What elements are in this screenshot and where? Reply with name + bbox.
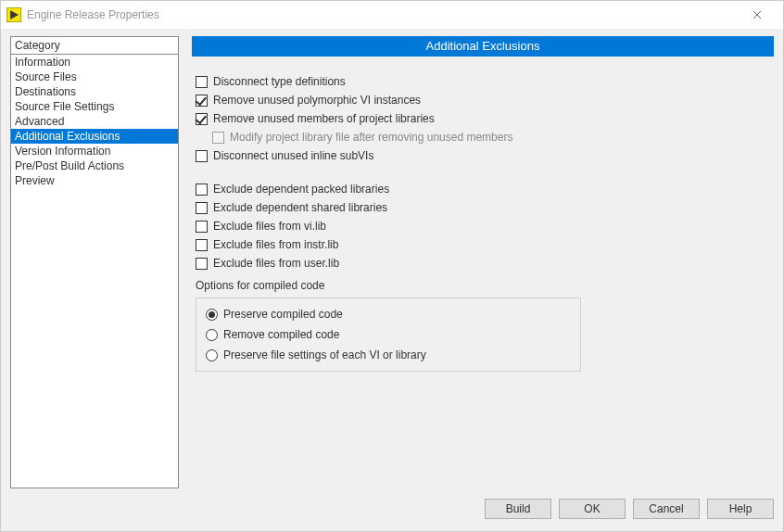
sidebar-item-destinations[interactable]: Destinations (11, 84, 178, 99)
dialog-body: Category InformationSource FilesDestinat… (1, 29, 783, 492)
checkbox-label-modify-lib: Modify project library file after removi… (230, 131, 512, 144)
sidebar-item-pre-post-build-actions[interactable]: Pre/Post Build Actions (11, 158, 178, 173)
checkbox-label-disconnect-inline: Disconnect unused inline subVIs (213, 149, 373, 162)
radio-preserve[interactable] (206, 309, 218, 321)
radio-row-remove: Remove compiled code (206, 328, 571, 341)
checkbox-excl-vilib[interactable] (196, 221, 208, 233)
radio-remove[interactable] (206, 329, 218, 341)
compiled-code-label: Options for compiled code (196, 279, 774, 292)
app-icon (6, 7, 21, 22)
page-content: Disconnect type definitionsRemove unused… (192, 73, 774, 488)
category-sidebar: Category InformationSource FilesDestinat… (10, 36, 179, 488)
sidebar-item-additional-exclusions[interactable]: Additional Exclusions (11, 129, 178, 144)
checkbox-label-excl-instrlib: Exclude files from instr.lib (213, 238, 338, 251)
chk1-row-modify-lib: Modify project library file after removi… (212, 131, 774, 144)
checkbox-label-remove-poly: Remove unused polymorphic VI instances (213, 94, 421, 107)
checkbox-disconnect-typedefs[interactable] (196, 76, 208, 88)
checkbox-remove-members[interactable] (196, 113, 208, 125)
chk1-row-disconnect-typedefs: Disconnect type definitions (196, 75, 774, 88)
checkbox-excl-shared[interactable] (196, 202, 208, 214)
checkbox-excl-instrlib[interactable] (196, 239, 208, 251)
checkbox-excl-packed[interactable] (196, 184, 208, 196)
checkbox-modify-lib (212, 132, 224, 144)
sidebar-item-source-file-settings[interactable]: Source File Settings (11, 99, 178, 114)
checkbox-label-excl-packed: Exclude dependent packed libraries (213, 183, 389, 196)
radio-row-preserve: Preserve compiled code (206, 308, 571, 321)
radio-preserve-file[interactable] (206, 349, 218, 361)
checkbox-label-excl-userlib: Exclude files from user.lib (213, 257, 339, 270)
chk1-row-remove-members: Remove unused members of project librari… (196, 112, 774, 125)
checkbox-label-excl-shared: Exclude dependent shared libraries (213, 201, 387, 214)
chk2-row-excl-packed: Exclude dependent packed libraries (196, 183, 774, 196)
radio-label-preserve-file: Preserve file settings of each VI or lib… (223, 348, 426, 361)
page-title: Additional Exclusions (192, 36, 774, 57)
radio-row-preserve-file: Preserve file settings of each VI or lib… (206, 348, 571, 361)
chk2-row-excl-instrlib: Exclude files from instr.lib (196, 238, 774, 251)
checkbox-remove-poly[interactable] (196, 95, 208, 107)
close-button[interactable] (739, 2, 776, 28)
sidebar-item-information[interactable]: Information (11, 55, 178, 70)
window-title: Engine Release Properties (27, 8, 159, 21)
sidebar-item-advanced[interactable]: Advanced (11, 114, 178, 129)
chk2-row-excl-userlib: Exclude files from user.lib (196, 257, 774, 270)
help-button[interactable]: Help (707, 499, 774, 519)
ok-button[interactable]: OK (559, 499, 626, 519)
chk2-row-excl-vilib: Exclude files from vi.lib (196, 220, 774, 233)
checkbox-label-excl-vilib: Exclude files from vi.lib (213, 220, 326, 233)
checkbox-excl-userlib[interactable] (196, 258, 208, 270)
chk1-row-disconnect-inline: Disconnect unused inline subVIs (196, 149, 774, 162)
sidebar-list: InformationSource FilesDestinationsSourc… (11, 55, 178, 488)
chk1-row-remove-poly: Remove unused polymorphic VI instances (196, 94, 774, 107)
cancel-button[interactable]: Cancel (633, 499, 700, 519)
compiled-code-group: Preserve compiled codeRemove compiled co… (196, 298, 581, 372)
checkbox-disconnect-inline[interactable] (196, 150, 208, 162)
checkbox-label-disconnect-typedefs: Disconnect type definitions (213, 75, 346, 88)
main-panel: Additional Exclusions Disconnect type de… (192, 36, 774, 488)
radio-label-remove: Remove compiled code (223, 328, 339, 341)
radio-label-preserve: Preserve compiled code (223, 308, 343, 321)
chk2-row-excl-shared: Exclude dependent shared libraries (196, 201, 774, 214)
sidebar-item-preview[interactable]: Preview (11, 173, 178, 188)
sidebar-item-source-files[interactable]: Source Files (11, 70, 178, 84)
dialog-window: Engine Release Properties Category Infor… (0, 0, 784, 532)
checkbox-label-remove-members: Remove unused members of project librari… (213, 112, 435, 125)
dialog-footer: Build OK Cancel Help (1, 492, 783, 531)
sidebar-item-version-information[interactable]: Version Information (11, 144, 178, 158)
titlebar: Engine Release Properties (1, 1, 783, 29)
build-button[interactable]: Build (485, 499, 551, 519)
sidebar-header: Category (11, 37, 178, 55)
